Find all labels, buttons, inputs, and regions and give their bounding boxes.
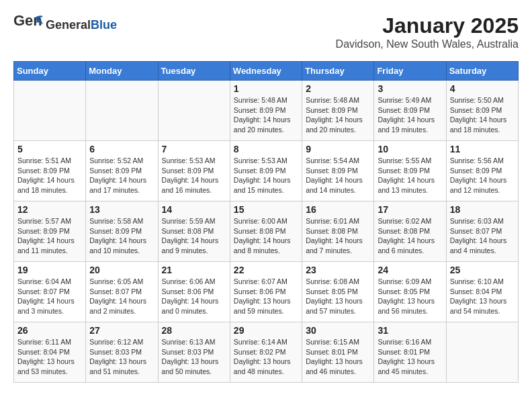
- day-number: 18: [450, 204, 515, 215]
- day-number: 30: [306, 325, 370, 336]
- weekday-header: Monday: [86, 62, 158, 81]
- day-info: Sunrise: 6:06 AMSunset: 8:06 PMDaylight:…: [162, 277, 226, 316]
- day-number: 21: [162, 265, 226, 275]
- calendar-table: SundayMondayTuesdayWednesdayThursdayFrid…: [13, 61, 519, 383]
- day-number: 15: [234, 204, 298, 215]
- day-number: 10: [378, 144, 442, 154]
- weekday-header: Wednesday: [230, 62, 302, 81]
- day-number: 11: [450, 144, 515, 154]
- calendar-week-row: 5Sunrise: 5:51 AMSunset: 8:09 PMDaylight…: [14, 141, 519, 201]
- day-number: 24: [378, 265, 442, 275]
- day-info: Sunrise: 6:07 AMSunset: 8:06 PMDaylight:…: [234, 277, 298, 316]
- day-number: 26: [17, 325, 82, 336]
- calendar-cell: 30Sunrise: 6:15 AMSunset: 8:01 PMDayligh…: [302, 322, 374, 383]
- day-number: 16: [306, 204, 370, 215]
- weekday-header: Thursday: [302, 62, 374, 81]
- day-info: Sunrise: 5:54 AMSunset: 8:09 PMDaylight:…: [306, 156, 370, 195]
- day-number: 22: [234, 265, 298, 275]
- day-number: 23: [306, 265, 370, 275]
- calendar-week-row: 19Sunrise: 6:04 AMSunset: 8:07 PMDayligh…: [14, 262, 519, 322]
- calendar-cell: [86, 81, 158, 141]
- day-info: Sunrise: 5:57 AMSunset: 8:09 PMDaylight:…: [17, 216, 82, 256]
- day-number: 2: [306, 83, 370, 94]
- calendar-week-row: 12Sunrise: 5:57 AMSunset: 8:09 PMDayligh…: [14, 201, 519, 262]
- calendar-cell: 14Sunrise: 5:59 AMSunset: 8:08 PMDayligh…: [158, 201, 230, 262]
- weekday-header: Saturday: [446, 62, 518, 81]
- calendar-cell: 16Sunrise: 6:01 AMSunset: 8:08 PMDayligh…: [302, 201, 374, 262]
- day-info: Sunrise: 6:11 AMSunset: 8:04 PMDaylight:…: [17, 337, 82, 377]
- calendar-cell: 1Sunrise: 5:48 AMSunset: 8:09 PMDaylight…: [230, 81, 302, 141]
- calendar-cell: 6Sunrise: 5:52 AMSunset: 8:09 PMDaylight…: [86, 141, 158, 201]
- weekday-header: Friday: [374, 62, 446, 81]
- day-number: 13: [89, 204, 154, 215]
- calendar-cell: 29Sunrise: 6:14 AMSunset: 8:02 PMDayligh…: [230, 322, 302, 383]
- day-number: 19: [17, 265, 82, 275]
- day-info: Sunrise: 6:12 AMSunset: 8:03 PMDaylight:…: [89, 337, 154, 377]
- day-info: Sunrise: 6:09 AMSunset: 8:05 PMDaylight:…: [378, 277, 442, 316]
- calendar-week-row: 1Sunrise: 5:48 AMSunset: 8:09 PMDaylight…: [14, 81, 519, 141]
- weekday-header-row: SundayMondayTuesdayWednesdayThursdayFrid…: [14, 62, 519, 81]
- day-info: Sunrise: 5:59 AMSunset: 8:08 PMDaylight:…: [162, 216, 226, 256]
- page-header: Gen GeneralBlue January 2025 Davidson, N…: [13, 13, 519, 50]
- day-number: 12: [17, 204, 82, 215]
- day-info: Sunrise: 5:48 AMSunset: 8:09 PMDaylight:…: [234, 95, 298, 135]
- day-info: Sunrise: 6:15 AMSunset: 8:01 PMDaylight:…: [306, 337, 370, 377]
- day-info: Sunrise: 6:08 AMSunset: 8:05 PMDaylight:…: [306, 277, 370, 316]
- calendar-cell: 2Sunrise: 5:48 AMSunset: 8:09 PMDaylight…: [302, 81, 374, 141]
- day-info: Sunrise: 5:55 AMSunset: 8:09 PMDaylight:…: [378, 156, 442, 195]
- calendar-cell: [446, 322, 518, 383]
- day-number: 17: [378, 204, 442, 215]
- day-number: 1: [234, 83, 298, 94]
- day-number: 3: [378, 83, 442, 94]
- day-info: Sunrise: 6:16 AMSunset: 8:01 PMDaylight:…: [378, 337, 442, 377]
- day-info: Sunrise: 5:53 AMSunset: 8:09 PMDaylight:…: [162, 156, 226, 195]
- day-number: 9: [306, 144, 370, 154]
- day-number: 4: [450, 83, 515, 94]
- location: Davidson, New South Wales, Australia: [336, 38, 519, 50]
- calendar-cell: 13Sunrise: 5:58 AMSunset: 8:09 PMDayligh…: [86, 201, 158, 262]
- title-block: January 2025 Davidson, New South Wales, …: [336, 13, 519, 50]
- day-info: Sunrise: 5:48 AMSunset: 8:09 PMDaylight:…: [306, 95, 370, 135]
- day-info: Sunrise: 6:04 AMSunset: 8:07 PMDaylight:…: [17, 277, 82, 316]
- calendar-cell: 27Sunrise: 6:12 AMSunset: 8:03 PMDayligh…: [86, 322, 158, 383]
- day-info: Sunrise: 5:56 AMSunset: 8:09 PMDaylight:…: [450, 156, 515, 195]
- calendar-cell: 26Sunrise: 6:11 AMSunset: 8:04 PMDayligh…: [14, 322, 86, 383]
- day-info: Sunrise: 5:52 AMSunset: 8:09 PMDaylight:…: [89, 156, 154, 195]
- month-title: January 2025: [336, 13, 519, 38]
- day-info: Sunrise: 5:58 AMSunset: 8:09 PMDaylight:…: [89, 216, 154, 256]
- calendar-cell: 23Sunrise: 6:08 AMSunset: 8:05 PMDayligh…: [302, 262, 374, 322]
- logo-general: General: [46, 18, 91, 32]
- calendar-cell: [14, 81, 86, 141]
- calendar-week-row: 26Sunrise: 6:11 AMSunset: 8:04 PMDayligh…: [14, 322, 519, 383]
- calendar-cell: 22Sunrise: 6:07 AMSunset: 8:06 PMDayligh…: [230, 262, 302, 322]
- day-number: 5: [17, 144, 82, 154]
- day-number: 29: [234, 325, 298, 336]
- day-info: Sunrise: 6:02 AMSunset: 8:08 PMDaylight:…: [378, 216, 442, 256]
- calendar-cell: 12Sunrise: 5:57 AMSunset: 8:09 PMDayligh…: [14, 201, 86, 262]
- calendar-cell: 19Sunrise: 6:04 AMSunset: 8:07 PMDayligh…: [14, 262, 86, 322]
- calendar-cell: 24Sunrise: 6:09 AMSunset: 8:05 PMDayligh…: [374, 262, 446, 322]
- day-info: Sunrise: 5:50 AMSunset: 8:09 PMDaylight:…: [450, 95, 515, 135]
- calendar-cell: 5Sunrise: 5:51 AMSunset: 8:09 PMDaylight…: [14, 141, 86, 201]
- calendar-cell: [158, 81, 230, 141]
- day-number: 14: [162, 204, 226, 215]
- calendar-cell: 7Sunrise: 5:53 AMSunset: 8:09 PMDaylight…: [158, 141, 230, 201]
- calendar-cell: 3Sunrise: 5:49 AMSunset: 8:09 PMDaylight…: [374, 81, 446, 141]
- weekday-header: Tuesday: [158, 62, 230, 81]
- day-info: Sunrise: 5:49 AMSunset: 8:09 PMDaylight:…: [378, 95, 442, 135]
- calendar-cell: 31Sunrise: 6:16 AMSunset: 8:01 PMDayligh…: [374, 322, 446, 383]
- day-info: Sunrise: 6:00 AMSunset: 8:08 PMDaylight:…: [234, 216, 298, 256]
- day-number: 28: [162, 325, 226, 336]
- day-number: 25: [450, 265, 515, 275]
- calendar-cell: 8Sunrise: 5:53 AMSunset: 8:09 PMDaylight…: [230, 141, 302, 201]
- day-info: Sunrise: 6:03 AMSunset: 8:07 PMDaylight:…: [450, 216, 515, 256]
- day-info: Sunrise: 5:51 AMSunset: 8:09 PMDaylight:…: [17, 156, 82, 195]
- day-number: 31: [378, 325, 442, 336]
- day-info: Sunrise: 6:05 AMSunset: 8:07 PMDaylight:…: [89, 277, 154, 316]
- day-number: 27: [89, 325, 154, 336]
- calendar-cell: 17Sunrise: 6:02 AMSunset: 8:08 PMDayligh…: [374, 201, 446, 262]
- calendar-cell: 10Sunrise: 5:55 AMSunset: 8:09 PMDayligh…: [374, 141, 446, 201]
- day-number: 7: [162, 144, 226, 154]
- day-number: 8: [234, 144, 298, 154]
- calendar-cell: 18Sunrise: 6:03 AMSunset: 8:07 PMDayligh…: [446, 201, 518, 262]
